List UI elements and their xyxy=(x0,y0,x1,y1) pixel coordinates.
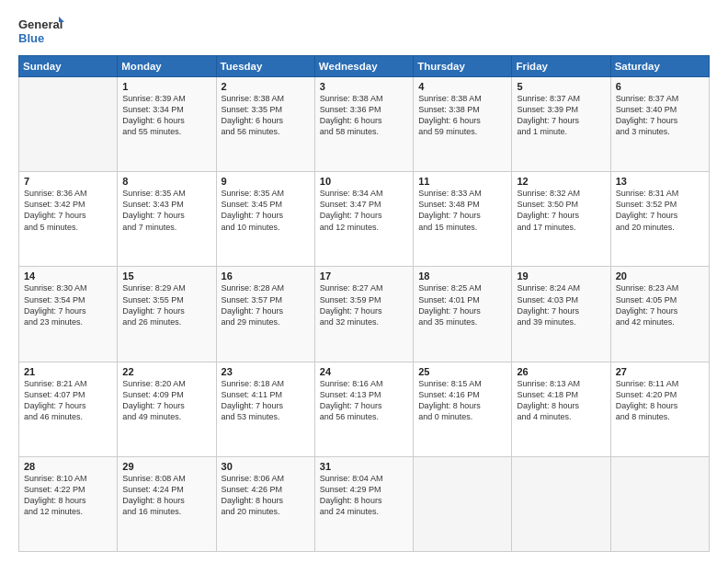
day-number: 2 xyxy=(222,81,310,92)
day-number: 27 xyxy=(616,366,704,377)
calendar-cell: 22Sunrise: 8:20 AM Sunset: 4:09 PM Dayli… xyxy=(118,362,216,456)
day-number: 31 xyxy=(320,461,408,472)
day-info: Sunrise: 8:11 AM Sunset: 4:20 PM Dayligh… xyxy=(616,378,704,423)
day-info: Sunrise: 8:13 AM Sunset: 4:18 PM Dayligh… xyxy=(517,378,605,423)
calendar-cell xyxy=(610,456,709,551)
calendar-cell: 9Sunrise: 8:35 AM Sunset: 3:45 PM Daylig… xyxy=(216,172,314,267)
day-number: 3 xyxy=(320,81,408,92)
calendar-cell xyxy=(19,77,118,172)
day-info: Sunrise: 8:32 AM Sunset: 3:50 PM Dayligh… xyxy=(517,188,605,233)
calendar-cell: 15Sunrise: 8:29 AM Sunset: 3:55 PM Dayli… xyxy=(118,267,216,362)
day-info: Sunrise: 8:35 AM Sunset: 3:45 PM Dayligh… xyxy=(222,188,310,233)
day-number: 21 xyxy=(24,366,112,377)
day-info: Sunrise: 8:37 AM Sunset: 3:40 PM Dayligh… xyxy=(616,93,704,138)
calendar-cell: 21Sunrise: 8:21 AM Sunset: 4:07 PM Dayli… xyxy=(19,362,118,456)
calendar-week-5: 28Sunrise: 8:10 AM Sunset: 4:22 PM Dayli… xyxy=(19,456,710,551)
calendar-cell: 29Sunrise: 8:08 AM Sunset: 4:24 PM Dayli… xyxy=(118,456,216,551)
day-number: 14 xyxy=(24,270,112,282)
day-number: 25 xyxy=(418,366,506,377)
day-number: 26 xyxy=(517,366,605,377)
weekday-header-tuesday: Tuesday xyxy=(216,56,314,77)
calendar-cell: 18Sunrise: 8:25 AM Sunset: 4:01 PM Dayli… xyxy=(414,267,512,362)
calendar-week-3: 14Sunrise: 8:30 AM Sunset: 3:54 PM Dayli… xyxy=(19,267,710,362)
day-info: Sunrise: 8:30 AM Sunset: 3:54 PM Dayligh… xyxy=(24,282,112,327)
calendar-cell: 4Sunrise: 8:38 AM Sunset: 3:38 PM Daylig… xyxy=(414,77,512,172)
calendar-table: SundayMondayTuesdayWednesdayThursdayFrid… xyxy=(18,55,710,552)
day-info: Sunrise: 8:34 AM Sunset: 3:47 PM Dayligh… xyxy=(320,188,408,233)
calendar-cell: 20Sunrise: 8:23 AM Sunset: 4:05 PM Dayli… xyxy=(610,267,709,362)
calendar-cell xyxy=(414,456,512,551)
calendar-cell: 26Sunrise: 8:13 AM Sunset: 4:18 PM Dayli… xyxy=(512,362,610,456)
calendar-cell: 11Sunrise: 8:33 AM Sunset: 3:48 PM Dayli… xyxy=(414,172,512,267)
calendar-cell: 1Sunrise: 8:39 AM Sunset: 3:34 PM Daylig… xyxy=(118,77,216,172)
day-number: 8 xyxy=(122,176,210,187)
day-number: 12 xyxy=(517,176,605,187)
svg-text:General: General xyxy=(18,17,63,31)
day-info: Sunrise: 8:27 AM Sunset: 3:59 PM Dayligh… xyxy=(320,282,408,327)
day-info: Sunrise: 8:38 AM Sunset: 3:36 PM Dayligh… xyxy=(320,93,408,138)
day-number: 18 xyxy=(418,270,506,282)
calendar-cell: 19Sunrise: 8:24 AM Sunset: 4:03 PM Dayli… xyxy=(512,267,610,362)
day-number: 11 xyxy=(418,176,506,187)
day-number: 17 xyxy=(320,270,408,282)
calendar-cell: 16Sunrise: 8:28 AM Sunset: 3:57 PM Dayli… xyxy=(216,267,314,362)
weekday-header-row: SundayMondayTuesdayWednesdayThursdayFrid… xyxy=(19,56,710,77)
day-info: Sunrise: 8:25 AM Sunset: 4:01 PM Dayligh… xyxy=(418,282,506,327)
calendar-cell: 24Sunrise: 8:16 AM Sunset: 4:13 PM Dayli… xyxy=(314,362,413,456)
day-info: Sunrise: 8:37 AM Sunset: 3:39 PM Dayligh… xyxy=(517,93,605,138)
calendar-cell: 13Sunrise: 8:31 AM Sunset: 3:52 PM Dayli… xyxy=(610,172,709,267)
day-info: Sunrise: 8:04 AM Sunset: 4:29 PM Dayligh… xyxy=(320,473,408,518)
logo-svg: General Blue xyxy=(18,15,64,48)
calendar-cell: 17Sunrise: 8:27 AM Sunset: 3:59 PM Dayli… xyxy=(314,267,413,362)
day-number: 23 xyxy=(222,366,310,377)
weekday-header-saturday: Saturday xyxy=(610,56,709,77)
logo: General Blue xyxy=(18,15,64,48)
calendar-cell: 30Sunrise: 8:06 AM Sunset: 4:26 PM Dayli… xyxy=(216,456,314,551)
day-info: Sunrise: 8:06 AM Sunset: 4:26 PM Dayligh… xyxy=(222,473,310,518)
day-info: Sunrise: 8:21 AM Sunset: 4:07 PM Dayligh… xyxy=(24,378,112,423)
weekday-header-monday: Monday xyxy=(118,56,216,77)
page-header: General Blue xyxy=(18,15,710,48)
weekday-header-thursday: Thursday xyxy=(414,56,512,77)
day-info: Sunrise: 8:38 AM Sunset: 3:38 PM Dayligh… xyxy=(418,93,506,138)
day-info: Sunrise: 8:38 AM Sunset: 3:35 PM Dayligh… xyxy=(222,93,310,138)
day-info: Sunrise: 8:29 AM Sunset: 3:55 PM Dayligh… xyxy=(122,282,210,327)
day-number: 13 xyxy=(616,176,704,187)
calendar-cell: 31Sunrise: 8:04 AM Sunset: 4:29 PM Dayli… xyxy=(314,456,413,551)
calendar-cell: 3Sunrise: 8:38 AM Sunset: 3:36 PM Daylig… xyxy=(314,77,413,172)
day-number: 30 xyxy=(222,461,310,472)
calendar-week-1: 1Sunrise: 8:39 AM Sunset: 3:34 PM Daylig… xyxy=(19,77,710,172)
calendar-cell: 5Sunrise: 8:37 AM Sunset: 3:39 PM Daylig… xyxy=(512,77,610,172)
calendar-cell: 10Sunrise: 8:34 AM Sunset: 3:47 PM Dayli… xyxy=(314,172,413,267)
calendar-cell: 25Sunrise: 8:15 AM Sunset: 4:16 PM Dayli… xyxy=(414,362,512,456)
day-info: Sunrise: 8:28 AM Sunset: 3:57 PM Dayligh… xyxy=(222,282,310,327)
day-number: 1 xyxy=(122,81,210,92)
day-info: Sunrise: 8:16 AM Sunset: 4:13 PM Dayligh… xyxy=(320,378,408,423)
calendar-week-4: 21Sunrise: 8:21 AM Sunset: 4:07 PM Dayli… xyxy=(19,362,710,456)
day-number: 20 xyxy=(616,270,704,282)
calendar-cell: 8Sunrise: 8:35 AM Sunset: 3:43 PM Daylig… xyxy=(118,172,216,267)
day-info: Sunrise: 8:18 AM Sunset: 4:11 PM Dayligh… xyxy=(222,378,310,423)
day-info: Sunrise: 8:08 AM Sunset: 4:24 PM Dayligh… xyxy=(122,473,210,518)
calendar-cell xyxy=(512,456,610,551)
day-number: 24 xyxy=(320,366,408,377)
day-info: Sunrise: 8:31 AM Sunset: 3:52 PM Dayligh… xyxy=(616,188,704,233)
calendar-cell: 6Sunrise: 8:37 AM Sunset: 3:40 PM Daylig… xyxy=(610,77,709,172)
calendar-week-2: 7Sunrise: 8:36 AM Sunset: 3:42 PM Daylig… xyxy=(19,172,710,267)
calendar-cell: 23Sunrise: 8:18 AM Sunset: 4:11 PM Dayli… xyxy=(216,362,314,456)
day-number: 15 xyxy=(122,270,210,282)
day-number: 29 xyxy=(122,461,210,472)
day-number: 7 xyxy=(24,176,112,187)
day-info: Sunrise: 8:15 AM Sunset: 4:16 PM Dayligh… xyxy=(418,378,506,423)
calendar-cell: 14Sunrise: 8:30 AM Sunset: 3:54 PM Dayli… xyxy=(19,267,118,362)
day-number: 9 xyxy=(222,176,310,187)
weekday-header-friday: Friday xyxy=(512,56,610,77)
day-number: 19 xyxy=(517,270,605,282)
calendar-cell: 28Sunrise: 8:10 AM Sunset: 4:22 PM Dayli… xyxy=(19,456,118,551)
day-number: 22 xyxy=(122,366,210,377)
day-number: 5 xyxy=(517,81,605,92)
day-number: 16 xyxy=(222,270,310,282)
svg-text:Blue: Blue xyxy=(18,31,44,45)
day-info: Sunrise: 8:39 AM Sunset: 3:34 PM Dayligh… xyxy=(122,93,210,138)
day-info: Sunrise: 8:36 AM Sunset: 3:42 PM Dayligh… xyxy=(24,188,112,233)
